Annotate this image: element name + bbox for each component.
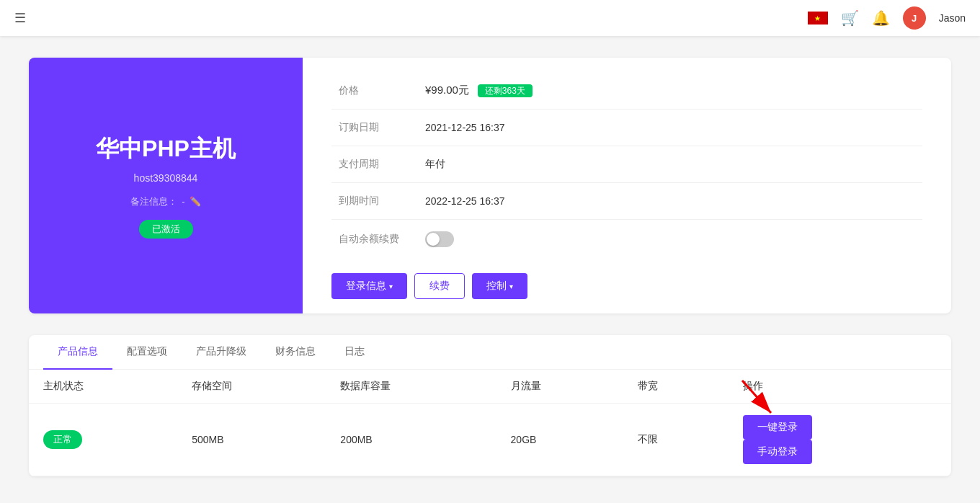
info-table: 价格 ¥99.00元 还剩363天 订购日期 2021-12-25 16:37 … — [331, 72, 922, 259]
auto-renew-label: 自动余额续费 — [331, 220, 418, 259]
col-host-status: 主机状态 — [29, 370, 177, 404]
expire-row: 到期时间 2022-12-25 16:37 — [331, 183, 922, 220]
col-traffic: 月流量 — [496, 370, 623, 404]
order-date-label: 订购日期 — [331, 110, 418, 146]
cell-storage: 500MB — [177, 404, 326, 476]
product-title: 华中PHP主机 — [96, 133, 236, 165]
header-left: ☰ — [14, 10, 808, 26]
days-badge: 还剩363天 — [478, 84, 533, 97]
tab-log[interactable]: 日志 — [330, 335, 379, 370]
status-badge: 已激活 — [139, 220, 193, 239]
control-button[interactable]: 控制 ▾ — [472, 273, 527, 299]
table-container: 主机状态 存储空间 数据库容量 月流量 带宽 操作 正常 500MB 2 — [29, 370, 951, 476]
payment-cycle-label: 支付周期 — [331, 146, 418, 183]
edit-icon[interactable]: ✏️ — [190, 196, 201, 207]
tab-product-info[interactable]: 产品信息 — [43, 335, 112, 370]
tabs-header: 产品信息 配置选项 产品升降级 财务信息 日志 — [29, 335, 951, 370]
product-section: 华中PHP主机 host39308844 备注信息： - ✏️ 已激活 价格 ¥… — [29, 58, 951, 313]
cell-db: 200MB — [326, 404, 496, 476]
cell-status: 正常 — [29, 404, 177, 476]
svg-line-1 — [742, 380, 771, 413]
manual-login-button[interactable]: 手动登录 — [743, 440, 812, 464]
bell-icon[interactable]: 🔔 — [872, 9, 890, 27]
data-table: 主机状态 存储空间 数据库容量 月流量 带宽 操作 正常 500MB 2 — [29, 370, 951, 476]
price-row: 价格 ¥99.00元 还剩363天 — [331, 72, 922, 110]
tab-config[interactable]: 配置选项 — [112, 335, 182, 370]
action-buttons: 登录信息 ▾ 续费 控制 ▾ — [331, 273, 922, 299]
price-cell: ¥99.00元 还剩363天 — [418, 72, 922, 110]
product-panel-left: 华中PHP主机 host39308844 备注信息： - ✏️ 已激活 — [29, 58, 303, 313]
header-right: 🛒 🔔 J Jason — [808, 6, 966, 30]
auto-renew-row: 自动余额续费 — [331, 220, 922, 259]
flag-icon[interactable] — [808, 12, 828, 25]
product-note: 备注信息： - ✏️ — [130, 195, 200, 208]
header: ☰ 🛒 🔔 J Jason — [0, 0, 980, 36]
table-row: 正常 500MB 200MB 20GB 不限 一键登录 手动登录 — [29, 404, 951, 476]
expire-label: 到期时间 — [331, 183, 418, 220]
col-db: 数据库容量 — [326, 370, 496, 404]
price-label: 价格 — [331, 72, 418, 110]
main-content: 华中PHP主机 host39308844 备注信息： - ✏️ 已激活 价格 ¥… — [0, 36, 980, 498]
order-date-row: 订购日期 2021-12-25 16:37 — [331, 110, 922, 146]
expire-value: 2022-12-25 16:37 — [418, 183, 922, 220]
table-header-row: 主机状态 存储空间 数据库容量 月流量 带宽 操作 — [29, 370, 951, 404]
product-panel-right: 价格 ¥99.00元 还剩363天 订购日期 2021-12-25 16:37 … — [303, 58, 951, 313]
cart-icon[interactable]: 🛒 — [841, 9, 859, 27]
cell-bandwidth: 不限 — [623, 404, 729, 476]
payment-cycle-value: 年付 — [418, 146, 922, 183]
menu-icon[interactable]: ☰ — [14, 11, 26, 25]
tab-upgrade[interactable]: 产品升降级 — [182, 335, 261, 370]
red-arrow-annotation — [728, 377, 785, 420]
cell-traffic: 20GB — [496, 404, 623, 476]
chevron-down-icon: ▾ — [389, 282, 393, 290]
note-label: 备注信息： — [130, 195, 177, 208]
login-info-button[interactable]: 登录信息 ▾ — [331, 273, 407, 299]
order-date-value: 2021-12-25 16:37 — [418, 110, 922, 146]
user-name[interactable]: Jason — [939, 12, 966, 24]
price-value: ¥99.00元 — [425, 84, 469, 96]
payment-cycle-row: 支付周期 年付 — [331, 146, 922, 183]
col-storage: 存储空间 — [177, 370, 326, 404]
product-id: host39308844 — [134, 172, 198, 184]
auto-renew-toggle[interactable] — [425, 231, 454, 247]
avatar[interactable]: J — [903, 6, 926, 30]
renew-button[interactable]: 续费 — [414, 273, 465, 299]
col-bandwidth: 带宽 — [623, 370, 729, 404]
auto-renew-toggle-cell — [418, 220, 922, 259]
tabs-section: 产品信息 配置选项 产品升降级 财务信息 日志 主机状态 — [29, 335, 951, 476]
note-value: - — [182, 196, 184, 207]
status-normal-badge: 正常 — [43, 430, 82, 449]
tab-finance[interactable]: 财务信息 — [261, 335, 330, 370]
chevron-down-icon-control: ▾ — [509, 282, 513, 290]
